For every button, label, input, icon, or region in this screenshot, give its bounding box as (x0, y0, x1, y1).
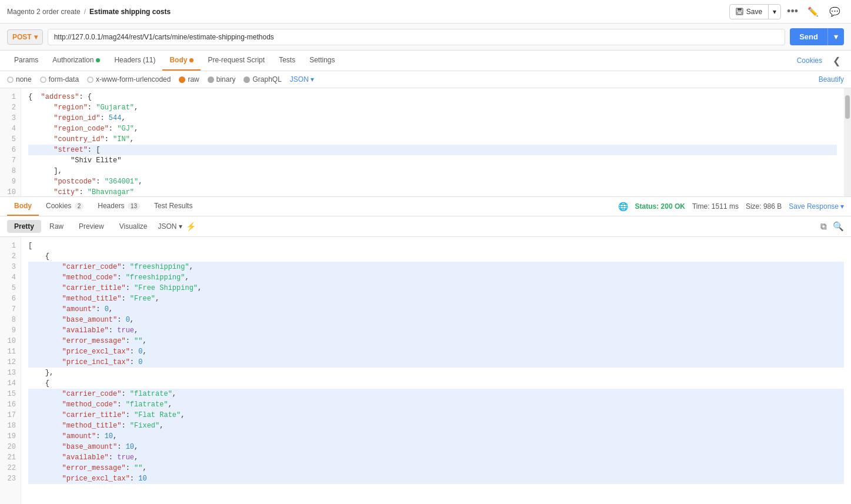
method-select[interactable]: POST ▾ (7, 29, 43, 45)
tab-tests[interactable]: Tests (272, 51, 302, 71)
response-tabs: Body Cookies 2 Headers 13 Test Results 🌐… (0, 197, 851, 216)
radio-raw[interactable]: raw (179, 75, 199, 84)
breadcrumb-parent: Magento 2 order create (7, 8, 81, 16)
breadcrumb-current: Estimate shipping costs (89, 8, 171, 16)
authorization-dot (96, 58, 100, 62)
resp-tab-test-results[interactable]: Test Results (147, 197, 199, 216)
app-container: Magento 2 order create / Estimate shippi… (0, 0, 851, 504)
resp-right-info: 🌐 Status: 200 OK Time: 1511 ms Size: 986… (618, 202, 844, 211)
svg-rect-1 (737, 8, 742, 11)
url-bar: POST ▾ Send ▾ (0, 24, 851, 51)
globe-icon: 🌐 (618, 202, 628, 211)
fmt-tab-preview[interactable]: Preview (72, 220, 111, 233)
resp-actions: ⧉ 🔍 (820, 221, 844, 232)
json-chevron: ▾ (311, 75, 314, 84)
tab-pre-request[interactable]: Pre-request Script (201, 51, 272, 71)
beautify-button[interactable]: Beautify (819, 75, 844, 84)
tab-authorization[interactable]: Authorization (45, 51, 107, 71)
resp-size: Size: 986 B (746, 202, 782, 211)
body-dot (189, 58, 193, 62)
radio-binary[interactable]: binary (208, 75, 236, 84)
tab-right-actions: Cookies ❮ (797, 54, 844, 68)
tab-settings[interactable]: Settings (302, 51, 342, 71)
tab-body[interactable]: Body (162, 51, 201, 71)
req-scrollbar[interactable] (844, 88, 851, 196)
resp-line-numbers: 1234567891011121314151617181920212223 (0, 237, 21, 504)
save-icon (736, 8, 743, 15)
radio-dot-raw (179, 76, 185, 83)
headers-badge: 13 (128, 202, 140, 210)
radio-dot-urlencoded (87, 76, 94, 83)
save-main[interactable]: Save (730, 5, 769, 19)
radio-dot-binary (208, 76, 214, 83)
resp-code-content[interactable]: [ { "carrier_code": "freeshipping", "met… (21, 237, 851, 504)
save-dropdown-arrow[interactable]: ▾ (769, 5, 780, 19)
tab-headers[interactable]: Headers (11) (107, 51, 162, 71)
req-line-numbers: 12345678910 (0, 88, 21, 196)
request-editor[interactable]: 12345678910 { "address": { "region": "Gu… (0, 88, 851, 197)
breadcrumb: Magento 2 order create / Estimate shippi… (7, 8, 171, 16)
save-resp-arrow: ▾ (840, 202, 844, 211)
svg-rect-2 (737, 12, 742, 14)
cookies-badge: 2 (75, 202, 84, 210)
method-label: POST (12, 33, 32, 41)
resp-tab-body[interactable]: Body (7, 197, 39, 216)
save-response-button[interactable]: Save Response ▾ (789, 202, 844, 211)
more-button[interactable]: ••• (785, 3, 800, 20)
json-format-select[interactable]: JSON ▾ (290, 75, 314, 84)
radio-none[interactable]: none (7, 75, 32, 84)
fmt-tab-raw[interactable]: Raw (42, 220, 71, 233)
req-scrollbar-thumb[interactable] (845, 95, 850, 119)
breadcrumb-sep: / (84, 8, 86, 16)
resp-tab-headers[interactable]: Headers 13 (91, 197, 147, 216)
body-type-bar: none form-data x-www-form-urlencoded raw… (0, 71, 851, 88)
resp-json-chevron: ▾ (179, 222, 182, 231)
radio-dot-graphql (243, 76, 250, 83)
radio-urlencoded[interactable]: x-www-form-urlencoded (87, 75, 171, 84)
collapse-button[interactable]: ❮ (829, 54, 844, 68)
top-bar: Magento 2 order create / Estimate shippi… (0, 0, 851, 24)
response-body: 1234567891011121314151617181920212223 [ … (0, 237, 851, 504)
send-label: Send (790, 28, 827, 45)
radio-graphql[interactable]: GraphQL (243, 75, 281, 84)
url-input[interactable] (48, 29, 786, 45)
copy-response-button[interactable]: ⧉ (820, 221, 827, 232)
fmt-tab-visualize[interactable]: Visualize (112, 220, 155, 233)
comment-icon-button[interactable]: 💬 (826, 4, 844, 19)
search-response-button[interactable]: 🔍 (833, 221, 844, 232)
fmt-tab-pretty[interactable]: Pretty (7, 220, 41, 233)
request-tabs: Params Authorization Headers (11) Body P… (0, 51, 851, 71)
req-code-content[interactable]: { "address": { "region": "Gujarat", "reg… (21, 88, 844, 196)
edit-icon-button[interactable]: ✏️ (804, 4, 822, 19)
resp-tab-cookies[interactable]: Cookies 2 (39, 197, 91, 216)
resp-format-bar: Pretty Raw Preview Visualize JSON ▾ ⚡ ⧉ … (0, 216, 851, 237)
send-dropdown-arrow[interactable]: ▾ (827, 28, 844, 45)
radio-form-data[interactable]: form-data (40, 75, 79, 84)
cookies-link[interactable]: Cookies (797, 56, 822, 65)
save-button[interactable]: Save ▾ (729, 4, 781, 19)
radio-dot-form-data (40, 76, 46, 83)
send-button[interactable]: Send ▾ (790, 28, 844, 45)
tab-params[interactable]: Params (7, 51, 45, 71)
filter-button[interactable]: ⚡ (186, 222, 196, 231)
resp-time: Time: 1511 ms (692, 202, 739, 211)
resp-status: Status: 200 OK (635, 202, 685, 211)
resp-json-select[interactable]: JSON ▾ (158, 222, 182, 231)
method-chevron: ▾ (34, 33, 38, 41)
radio-dot-none (7, 76, 14, 83)
top-actions: Save ▾ ••• ✏️ 💬 (729, 3, 844, 20)
